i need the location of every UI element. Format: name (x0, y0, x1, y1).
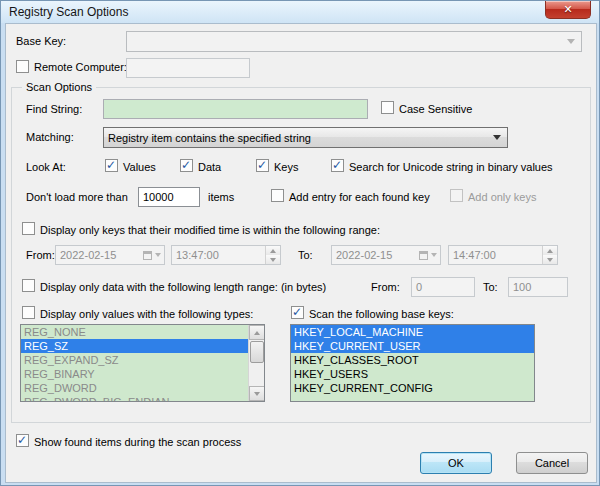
look-at-values-label: Values (123, 161, 156, 173)
chevron-down-icon (493, 135, 501, 140)
title-bar: Registry Scan Options (1, 1, 599, 23)
list-item[interactable]: REG_SZ (21, 339, 248, 353)
list-item[interactable]: REG_DWORD (21, 381, 248, 395)
data-length-label: Display only data with the following len… (40, 281, 326, 293)
chevron-down-icon (567, 39, 575, 44)
modified-from-time-spinner: 13:47:00 (171, 245, 281, 265)
matching-combobox[interactable]: Registry item contains the specified str… (103, 127, 508, 148)
registry-scan-options-dialog: Registry Scan Options Base Key: Remote C… (0, 0, 600, 486)
data-length-checkbox[interactable] (22, 279, 35, 292)
look-at-values-checkbox[interactable] (105, 159, 118, 172)
look-at-keys-label: Keys (274, 161, 298, 173)
modified-time-checkbox[interactable] (22, 222, 35, 235)
list-item[interactable]: REG_DWORD_BIG_ENDIAN (21, 395, 248, 401)
modified-from-date-value: 2022-02-15 (56, 249, 140, 261)
list-item[interactable]: REG_EXPAND_SZ (21, 353, 248, 367)
unicode-search-checkbox[interactable] (331, 159, 344, 172)
dialog-body: Base Key: Remote Computer: Scan Options … (5, 23, 597, 483)
modified-to-time-value: 14:47:00 (449, 249, 542, 261)
matching-label: Matching: (26, 131, 74, 143)
find-string-input[interactable] (103, 99, 368, 119)
look-at-data-label: Data (198, 161, 221, 173)
data-length-from-input: 0 (411, 277, 475, 297)
spinner-arrows-icon (542, 246, 557, 264)
scan-options-group-label: Scan Options (22, 81, 96, 93)
scroll-down-icon[interactable] (249, 386, 265, 401)
base-key-combobox[interactable] (126, 31, 582, 52)
look-at-label: Look At: (26, 161, 66, 173)
add-entry-checkbox[interactable] (271, 189, 284, 202)
calendar-icon (416, 246, 440, 264)
find-string-label: Find String: (26, 103, 82, 115)
list-item[interactable]: HKEY_CLASSES_ROOT (291, 353, 534, 367)
show-found-checkbox[interactable] (16, 434, 29, 447)
load-limit-input[interactable]: 10000 (138, 187, 200, 207)
modified-time-label: Display only keys that their modified ti… (40, 224, 380, 236)
list-item[interactable]: HKEY_USERS (291, 367, 534, 381)
scrollbar-thumb[interactable] (250, 341, 264, 363)
base-keys-label: Scan the following base keys: (309, 308, 454, 320)
data-length-from-label: From: (371, 281, 400, 293)
scroll-up-icon[interactable] (249, 325, 265, 340)
base-key-label: Base Key: (16, 35, 66, 47)
base-keys-list: HKEY_LOCAL_MACHINEHKEY_CURRENT_USERHKEY_… (291, 325, 534, 401)
list-item[interactable]: REG_BINARY (21, 367, 248, 381)
case-sensitive-label: Case Sensitive (399, 103, 472, 115)
spinner-arrows-icon (265, 246, 280, 264)
ok-button[interactable]: OK (420, 452, 492, 474)
modified-from-label: From: (26, 249, 55, 261)
modified-from-time-value: 13:47:00 (172, 249, 265, 261)
base-keys-listbox[interactable]: HKEY_LOCAL_MACHINEHKEY_CURRENT_USERHKEY_… (290, 324, 535, 402)
add-entry-label: Add entry for each found key (289, 191, 430, 203)
data-length-to-input: 100 (508, 277, 568, 297)
value-types-listbox[interactable]: REG_NONEREG_SZREG_EXPAND_SZREG_BINARYREG… (20, 324, 265, 402)
modified-to-label: To: (298, 249, 313, 261)
list-item[interactable]: HKEY_CURRENT_USER (291, 339, 534, 353)
modified-to-date-value: 2022-02-15 (332, 249, 416, 261)
list-item[interactable]: HKEY_CURRENT_CONFIG (291, 381, 534, 395)
value-types-list: REG_NONEREG_SZREG_EXPAND_SZREG_BINARYREG… (21, 325, 248, 401)
value-types-checkbox[interactable] (22, 306, 35, 319)
close-button[interactable] (545, 1, 591, 19)
calendar-icon (140, 246, 164, 264)
modified-from-date-picker: 2022-02-15 (55, 245, 165, 265)
window-title: Registry Scan Options (9, 5, 128, 19)
unicode-search-label: Search for Unicode string in binary valu… (349, 161, 553, 173)
add-only-keys-label: Add only keys (468, 191, 536, 203)
scan-options-group: Scan Options Find String: Case Sensitive… (11, 87, 591, 423)
look-at-keys-checkbox[interactable] (256, 159, 269, 172)
load-limit-suffix-label: items (208, 191, 234, 203)
value-types-scrollbar[interactable] (248, 325, 264, 401)
remote-computer-label: Remote Computer: (34, 61, 127, 73)
load-limit-prefix-label: Don't load more than (26, 191, 128, 203)
matching-value: Registry item contains the specified str… (108, 132, 493, 144)
list-item[interactable]: REG_NONE (21, 325, 248, 339)
modified-to-time-spinner: 14:47:00 (448, 245, 558, 265)
remote-computer-input[interactable] (126, 58, 250, 78)
look-at-data-checkbox[interactable] (180, 159, 193, 172)
add-only-keys-checkbox (450, 189, 463, 202)
remote-computer-checkbox[interactable] (16, 60, 29, 73)
data-length-to-label: To: (483, 281, 498, 293)
case-sensitive-checkbox[interactable] (381, 101, 394, 114)
cancel-button[interactable]: Cancel (516, 452, 588, 474)
modified-to-date-picker: 2022-02-15 (331, 245, 441, 265)
base-keys-checkbox[interactable] (291, 306, 304, 319)
show-found-label: Show found items during the scan process (34, 436, 241, 448)
value-types-label: Display only values with the following t… (40, 308, 253, 320)
list-item[interactable]: HKEY_LOCAL_MACHINE (291, 325, 534, 339)
